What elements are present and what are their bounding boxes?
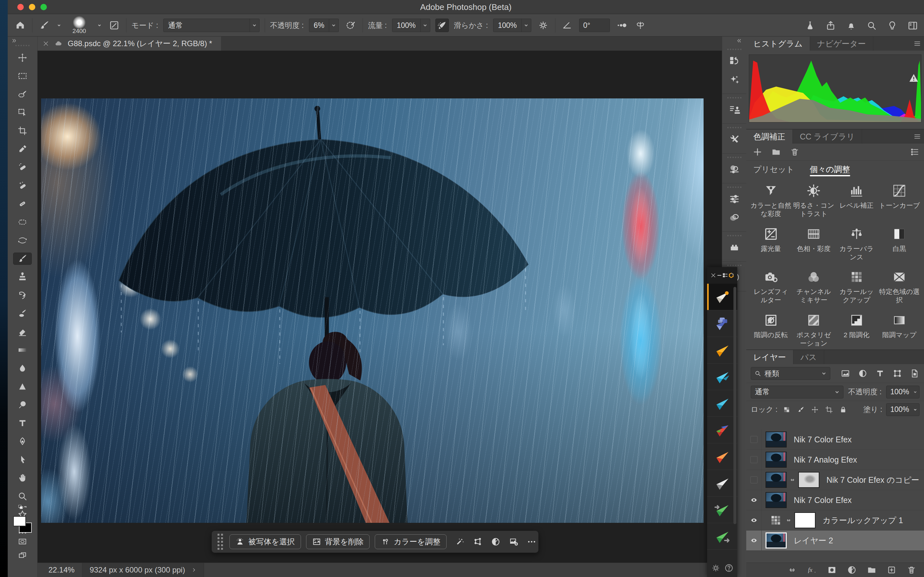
panel-grip[interactable] <box>8 45 37 46</box>
tab-histogram[interactable]: ヒストグラム <box>746 37 810 51</box>
dots-icon[interactable] <box>527 537 536 546</box>
tool-object-select[interactable] <box>13 107 31 118</box>
clipping-warning-icon[interactable] <box>908 73 919 83</box>
smoothing-gear-icon[interactable] <box>536 19 550 32</box>
foreground-color-swatch[interactable] <box>13 516 26 526</box>
lock-brush-icon[interactable] <box>796 406 805 414</box>
settings-gear-icon[interactable] <box>711 563 720 573</box>
layer-filter-select[interactable]: 種類 <box>751 367 830 380</box>
chevron-down-icon[interactable] <box>56 23 62 27</box>
tab-navigator[interactable]: ナビゲーター <box>810 37 873 51</box>
layer-mask-link-icon[interactable] <box>789 474 796 485</box>
tool-hand[interactable] <box>13 472 31 484</box>
taskbar-button-person-select[interactable]: 被写体を選択 <box>229 534 301 549</box>
minimize-icon[interactable] <box>716 272 722 279</box>
taskbar-drag-handle[interactable] <box>218 534 223 550</box>
brush-preset-picker[interactable]: 2400 <box>67 16 91 35</box>
transform-quad-icon[interactable] <box>473 537 483 546</box>
layer-blend-select[interactable]: 通常 <box>751 386 843 398</box>
close-icon[interactable] <box>710 272 716 279</box>
filter-frame-icon[interactable] <box>893 369 902 378</box>
layout-icon[interactable] <box>722 272 728 279</box>
tool-blur[interactable] <box>13 363 31 374</box>
nik-item-nik-hdr-efex[interactable] <box>707 443 737 470</box>
delete-trash-icon[interactable] <box>790 147 800 157</box>
opacity-select[interactable]: 6% <box>309 19 339 32</box>
collapsed-panel-tools-panel[interactable] <box>722 130 746 149</box>
help-icon[interactable] <box>724 563 734 573</box>
list-view-icon[interactable] <box>910 147 919 157</box>
tool-remove-tool[interactable] <box>13 161 31 173</box>
lock-move-icon[interactable] <box>811 406 819 414</box>
layer-row[interactable]: Nik 7 Color Efex のコピー <box>746 470 924 490</box>
nik-item-nik-sharpener-raw[interactable] <box>707 496 737 523</box>
filter-adj-icon[interactable] <box>858 369 867 378</box>
tool-history-brush[interactable] <box>13 290 31 301</box>
close-document-icon[interactable] <box>43 40 49 47</box>
adjustment-adj-hue[interactable]: 色相・彩度 <box>792 227 835 261</box>
layer-fill-select[interactable]: 100% <box>886 403 919 416</box>
tab-adjustments[interactable]: 色調補正 <box>746 129 793 143</box>
adjustment-adj-selective[interactable]: 特定色域の選択 <box>878 269 921 305</box>
smoothing-select[interactable]: 100% <box>493 19 531 32</box>
adjustment-adj-threshold[interactable]: 2 階調化 <box>835 313 878 348</box>
panel-grip[interactable] <box>722 265 746 266</box>
notifications-bell-icon[interactable] <box>846 20 857 31</box>
folder-icon[interactable] <box>867 565 877 575</box>
nik-item-nik-dfine[interactable] <box>707 390 737 417</box>
layer-row[interactable]: Nik 7 Color Efex <box>746 490 924 510</box>
nik-item-nik-silver-efex[interactable] <box>707 470 737 496</box>
symmetry-icon[interactable] <box>634 19 647 32</box>
panel-menu-icon[interactable] <box>913 133 921 140</box>
tool-ca-move[interactable] <box>13 235 31 246</box>
adjustment-adj-vibrance[interactable]: カラーと自然な彩度 <box>750 183 792 218</box>
adjustment-adj-invert[interactable]: 階調の反転 <box>750 313 792 348</box>
blend-mode-select[interactable]: 通常 <box>163 19 260 32</box>
layer-mask-thumbnail[interactable] <box>798 472 819 488</box>
tool-selection-brush[interactable] <box>13 89 31 100</box>
adjustment-adj-poster[interactable]: ポスタリゼーション <box>792 313 835 348</box>
adjustment-adj-lut[interactable]: カラールックアップ <box>835 269 878 305</box>
layer-thumbnail[interactable] <box>766 432 787 448</box>
adjustment-adj-gradmap[interactable]: 階調マップ <box>878 313 921 348</box>
tool-gradient[interactable] <box>13 344 31 356</box>
lock-artboard-icon[interactable] <box>825 406 833 414</box>
panel-grip[interactable] <box>722 235 746 236</box>
chevron-down-icon[interactable] <box>97 23 102 27</box>
panel-grip[interactable] <box>722 187 746 188</box>
tool-dodge[interactable] <box>13 399 31 411</box>
adjustment-adj-levels[interactable]: レベル補正 <box>835 183 878 218</box>
flow-select[interactable]: 100% <box>392 19 430 32</box>
adj-circle-icon[interactable] <box>847 565 857 575</box>
panel-grip[interactable] <box>722 49 746 50</box>
taskbar-button-bg-remove[interactable]: 背景を削除 <box>306 534 370 549</box>
collapsed-panel-brick[interactable] <box>722 238 746 257</box>
double-chevron-right-icon[interactable] <box>10 38 19 44</box>
mask-icon[interactable] <box>827 565 837 575</box>
taskbar-button-color-adjust[interactable]: カラーを調整 <box>375 534 447 549</box>
filter-image-icon[interactable] <box>841 369 850 378</box>
tool-zoom[interactable] <box>13 490 31 502</box>
layer-row[interactable]: Nik 7 Color Efex <box>746 430 924 450</box>
home-icon[interactable] <box>13 19 27 32</box>
pressure-size-icon[interactable] <box>615 19 628 32</box>
tool-sharpen[interactable] <box>13 381 31 392</box>
nik-item-nik-sharpener-out[interactable] <box>707 523 737 550</box>
wand-icon[interactable] <box>455 537 465 546</box>
tool-mixer-brush[interactable] <box>13 308 31 319</box>
tool-spot-heal[interactable] <box>13 180 31 191</box>
new-layer-icon[interactable] <box>887 565 897 575</box>
fx-icon[interactable]: fx <box>807 565 817 575</box>
quick-mask-icon[interactable] <box>16 537 29 546</box>
add-adjustment-icon[interactable] <box>753 147 762 157</box>
add-image-icon[interactable] <box>509 537 519 546</box>
tool-heal[interactable] <box>13 198 31 210</box>
layer-visibility-toggle[interactable] <box>746 470 762 490</box>
adjustment-adj-brightness[interactable]: 明るさ・コントラスト <box>792 183 835 218</box>
layer-visibility-toggle[interactable] <box>746 430 762 450</box>
nik-item-nik-viveza[interactable] <box>707 417 737 443</box>
layer-row[interactable]: レイヤー 2 <box>746 530 924 551</box>
layer-visibility-toggle[interactable] <box>746 450 762 470</box>
collapsed-panel-sparkle[interactable] <box>722 71 746 89</box>
adjustment-adj-curves[interactable]: トーンカーブ <box>878 183 921 218</box>
